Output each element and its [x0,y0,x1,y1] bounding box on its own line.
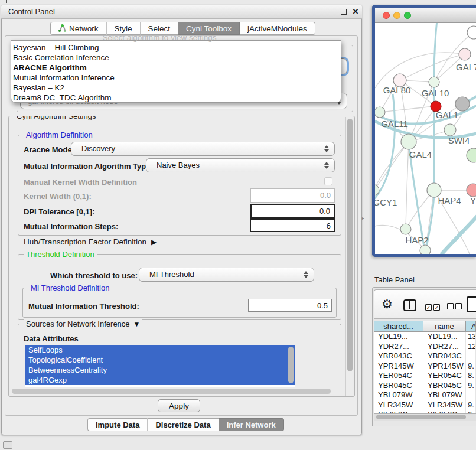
node-unlabeled-gray[interactable] [455,97,470,111]
kernel-width-input[interactable]: 0.0 [250,188,335,203]
settings-horizontal-scrollbar-thumb[interactable] [12,389,331,394]
algorithm-dropdown-list[interactable]: Bayesian – Hill ClimbingBasic Correlatio… [11,40,341,103]
table-cell: YDR27... [423,342,466,352]
column-header-clipped[interactable]: A [466,321,476,331]
tab-impute-data[interactable]: Impute Data [87,418,148,431]
aracne-mode-label: Aracne Mode: [24,145,74,154]
table-cell: YPR145W [374,361,423,371]
table-cell: YER054C [423,371,466,381]
node-gal11[interactable] [375,107,385,118]
mi-threshold-input[interactable]: 0.5 [248,299,332,312]
which-threshold-value: MI Threshold [149,270,194,279]
attribute-list-item[interactable]: BetweennessCentrality [25,365,295,375]
mac-zoom-button[interactable] [404,12,411,19]
table-cell: YPR145W [423,361,466,371]
combo-arrows-icon [324,162,329,169]
close-icon[interactable]: ✕ [351,6,360,16]
float-window-icon[interactable] [341,9,347,15]
dropdown-item[interactable]: Bayesian – Hill Climbing [11,43,341,53]
docked-panel-icon[interactable] [3,441,12,449]
column-header-name[interactable]: name [423,321,466,331]
expander-arrow-right-icon: ▶ [151,238,157,246]
table-row[interactable]: YLR345WYLR345W9. [374,400,476,410]
which-threshold-combo[interactable]: MI Threshold [139,268,314,282]
control-panel-titlebar[interactable] [1,5,362,19]
table-row[interactable]: YDL19...YDL19...13. [374,332,476,342]
node-label: GAL7 [456,62,476,72]
select-all-columns-icon[interactable]: ✓✓ [425,302,442,311]
settings-vertical-scrollbar-thumb[interactable] [347,119,353,371]
deselect-all-columns-icon[interactable] [447,302,464,311]
node-hap2[interactable] [400,224,411,234]
mi-type-combo[interactable]: Naive Bayes [146,158,335,172]
node-gal4[interactable] [401,134,416,149]
node-top-arc[interactable] [467,26,476,39]
aracne-mode-value: Discovery [81,144,115,153]
mi-steps-label: Mutual Information Steps: [24,222,118,231]
mi-steps-input[interactable]: 6 [250,219,335,232]
node-salmon[interactable] [467,184,476,197]
dropdown-item[interactable]: Bayesian – K2 [11,83,341,93]
attribute-list-item[interactable]: gal4RGexp [25,375,295,385]
mac-minimize-button[interactable] [393,12,400,19]
dropdown-item[interactable]: Basic Correlation Inference [11,53,341,63]
data-attributes-list[interactable]: SelfLoopsTopologicalCoefficientBetweenne… [25,345,295,387]
tab-infer-network[interactable]: Infer Network [219,418,284,431]
table-cell: YDL19... [374,332,423,342]
show-columns-icon[interactable] [403,299,416,311]
table-row[interactable]: YBL079WYBL079W [374,390,476,400]
checked-box-icon: ✓ [425,304,432,311]
network-window-titlebar[interactable] [375,8,476,23]
network-graph-icon [58,24,66,32]
sources-title: Sources for Network Inference [26,319,130,328]
column-header-shared-name[interactable]: shared... [374,321,423,331]
dropdown-item[interactable]: Mutual Information Inference [11,73,341,83]
node-label: HAP4 [438,195,461,206]
attribute-list-scrollbar[interactable] [288,347,294,383]
dropdown-item[interactable]: Dream8 DC_TDC Algorithm [11,93,341,103]
expander-arrow-down-icon: ▼ [133,320,141,328]
node-gal10[interactable] [429,77,439,87]
settings-group-title: Cyni Algorithm Settings [14,116,98,120]
unchecked-box-icon [447,303,454,309]
attribute-list-item[interactable]: TopologicalCoefficient [25,355,295,365]
checked-box-icon: ✓ [433,304,440,311]
node-label: GCY1 [375,197,397,207]
mac-close-button[interactable] [383,12,390,19]
table-cell: YDL19... [423,332,466,342]
apply-button[interactable]: Apply [158,399,200,412]
combo-arrows-icon [304,271,308,278]
manual-kernel-checkbox[interactable] [324,177,332,185]
table-cell: YBR043C [423,351,466,361]
clipped-toolbar-fragment [6,0,7,3]
hub-transcription-expander[interactable]: Hub/Transcription Factor Definition ▶ [24,237,157,246]
table-row[interactable]: YBR043CYBR043C [374,351,476,361]
node-gal7[interactable] [459,48,471,60]
tab-discretize-data[interactable]: Discretize Data [148,418,219,431]
table-horizontal-scrollbar-thumb[interactable] [376,415,466,419]
node-bottom[interactable] [420,245,431,254]
node-swi4[interactable] [444,124,456,136]
dpi-tolerance-input[interactable]: 0.0 [250,204,335,219]
sources-title-wrap[interactable]: Sources for Network Inference ▼ [24,319,142,328]
table-cell [466,351,476,361]
gear-icon[interactable]: ⚙ [382,297,393,311]
table-row[interactable]: YDR27...YDR27...12. [374,342,476,352]
attribute-list-item[interactable]: SelfLoops [25,345,295,355]
tab-discretize-data-label: Discretize Data [155,419,210,431]
mi-threshold-title: MI Threshold Definition [28,283,112,292]
table-body[interactable]: YDL19...YDL19...13.YDR27...YDR27...12.YB… [374,332,476,413]
node-right-green[interactable] [467,148,476,162]
export-table-icon[interactable] [467,296,476,312]
table-row[interactable]: YBR045CYBR045C9. [374,381,476,391]
network-canvas[interactable]: GAL7GAL80GAL10GAL1GAL11SWI4GAL4GCY1HAP4Y… [375,23,476,254]
data-attributes-label: Data Attributes [24,334,79,343]
splitter-handle-icon[interactable]: ▸ [362,216,364,221]
table-cell: YBL079W [374,390,423,400]
aracne-mode-combo[interactable]: Discovery [71,142,335,156]
table-row[interactable]: YPR145WYPR145W9. [374,361,476,371]
dropdown-item[interactable]: ARACNE Algorithm [11,63,341,73]
table-row[interactable]: YER054CYER054C8. [374,371,476,381]
table-cell: 8. [466,371,476,381]
mi-type-value: Naive Bayes [157,161,200,169]
